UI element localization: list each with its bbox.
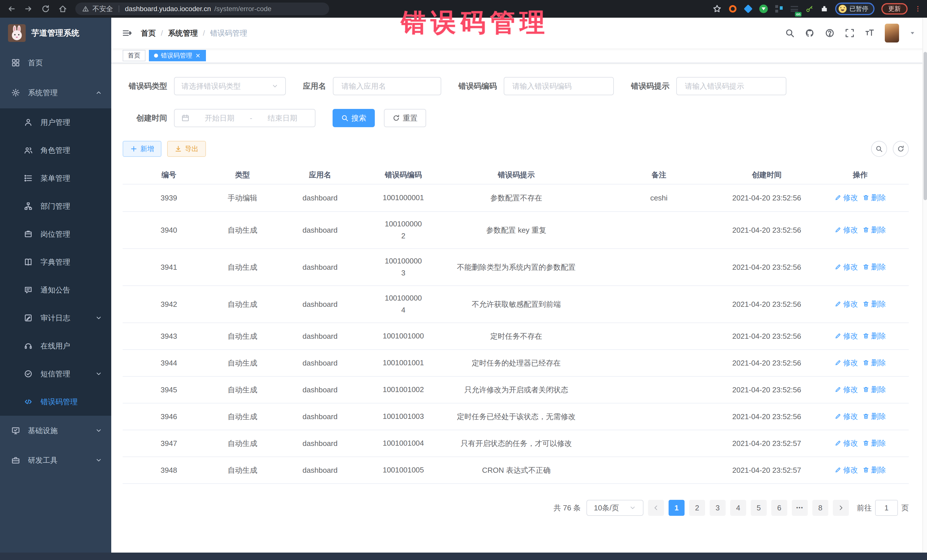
edit-link[interactable]: 修改 [834,465,858,475]
tag-home[interactable]: 首页 [123,50,146,61]
page-button-3[interactable]: 3 [710,500,726,516]
trash-icon [863,194,869,201]
pencil-icon [834,264,842,270]
delete-link[interactable]: 删除 [863,193,886,203]
add-button[interactable]: 新增 [123,141,161,157]
toggle-search-button[interactable] [871,141,887,157]
edit-link[interactable]: 修改 [834,438,858,448]
delete-link[interactable]: 删除 [863,438,886,448]
goto-page-input[interactable] [875,500,898,516]
delete-link[interactable]: 删除 [863,262,886,272]
trash-icon [863,440,869,446]
page-size-select[interactable]: 10条/页 [587,500,643,516]
edit-link[interactable]: 修改 [834,193,858,203]
breadcrumb: 首页 / 系统管理 / 错误码管理 [141,28,247,38]
breadcrumb-home[interactable]: 首页 [141,28,156,38]
refresh-table-button[interactable] [893,141,909,157]
key-extension-icon[interactable] [805,5,813,13]
reload-icon[interactable] [41,4,50,14]
error-msg-input[interactable] [684,81,779,91]
delete-link[interactable]: 删除 [863,225,886,235]
extension-icon[interactable] [728,5,737,13]
edit-link[interactable]: 修改 [834,331,858,341]
error-type-select[interactable]: 请选择错误码类型 [174,77,286,95]
browser-update-button[interactable]: 更新 [881,3,907,15]
app-name-input[interactable] [340,81,434,91]
tag-error-code[interactable]: 错误码管理 [149,50,206,61]
github-icon[interactable] [805,28,815,38]
col-app: 应用名 [270,166,370,184]
sidebar-item-departments[interactable]: 部门管理 [0,192,111,220]
delete-link[interactable]: 删除 [863,411,886,422]
sidebar-logo[interactable]: 芋道管理系统 [0,18,111,49]
delete-link[interactable]: 删除 [863,465,886,475]
more-pages-button[interactable]: ••• [792,500,808,516]
page-button-2[interactable]: 2 [689,500,705,516]
page-button-8[interactable]: 8 [812,500,828,516]
delete-link[interactable]: 删除 [863,331,886,341]
edit-link[interactable]: 修改 [834,262,858,272]
fullscreen-icon[interactable] [845,28,854,38]
page-button-5[interactable]: 5 [751,500,767,516]
extension-icon[interactable] [744,5,752,13]
forward-icon[interactable] [24,4,33,14]
sidebar-item-home[interactable]: 首页 [0,49,111,77]
hamburger-icon[interactable] [122,29,132,38]
edit-link[interactable]: 修改 [834,358,858,368]
error-code-input[interactable] [511,81,606,91]
sidebar-menu: 首页 系统管理 用户管理 角色管理 [0,49,111,475]
extension-icon[interactable]: on [790,5,799,13]
edit-link[interactable]: 修改 [834,385,858,395]
back-icon[interactable] [7,4,16,14]
user-avatar[interactable] [885,24,899,42]
page-button-6[interactable]: 6 [771,500,787,516]
help-icon[interactable] [825,28,834,38]
delete-link[interactable]: 删除 [863,358,886,368]
sidebar-item-notice[interactable]: 通知公告 [0,276,111,304]
scrollbar-thumb[interactable] [924,52,927,200]
breadcrumb-system[interactable]: 系统管理 [168,28,198,38]
sidebar-item-posts[interactable]: 岗位管理 [0,220,111,248]
breadcrumb-current: 错误码管理 [210,28,247,38]
prev-page-button[interactable] [648,500,664,516]
sidebar-item-dict[interactable]: 字典管理 [0,248,111,276]
close-icon[interactable] [195,53,201,58]
extension-icon[interactable] [759,5,768,13]
export-button[interactable]: 导出 [167,141,206,157]
sidebar-item-system[interactable]: 系统管理 [0,77,111,108]
sidebar-item-roles[interactable]: 角色管理 [0,136,111,164]
extension-icon[interactable] [775,5,783,13]
delete-link[interactable]: 删除 [863,299,886,309]
extensions-puzzle-icon[interactable] [820,5,828,13]
delete-link[interactable]: 删除 [863,385,886,395]
sidebar-item-users[interactable]: 用户管理 [0,108,111,136]
error-msg-input-wrap [676,77,786,95]
caret-down-icon[interactable] [909,30,916,36]
page-button-1[interactable]: 1 [669,500,685,516]
sidebar-item-audit-log[interactable]: 审计日志 [0,304,111,332]
browser-menu-icon[interactable] [915,4,921,14]
sidebar-item-infrastructure[interactable]: 基础设施 [0,416,111,445]
page-button-4[interactable]: 4 [730,500,746,516]
search-button[interactable]: 搜索 [333,109,375,127]
sidebar-item-error-code[interactable]: 错误码管理 [0,388,111,416]
pagination: 共 76 条 10条/页 1 2 3 4 5 6 ••• 8 [123,500,909,516]
home-icon[interactable] [58,4,67,14]
date-range-picker[interactable]: 开始日期 - 结束日期 [174,109,316,127]
sidebar-item-sms[interactable]: 短信管理 [0,360,111,388]
edit-link[interactable]: 修改 [834,411,858,422]
reset-button[interactable]: 重置 [384,109,426,127]
edit-link[interactable]: 修改 [834,225,858,235]
trash-icon [863,359,869,366]
address-bar[interactable]: 不安全 dashboard.yudao.iocoder.cn/system/er… [75,3,329,15]
page-scrollbar[interactable] [922,18,927,552]
sidebar-item-menus[interactable]: 菜单管理 [0,164,111,192]
search-icon[interactable] [785,28,795,38]
paused-profile-badge[interactable]: 已暂停 [835,3,874,15]
font-size-icon[interactable] [865,28,874,38]
bookmark-star-icon[interactable] [713,4,722,14]
sidebar-item-dev-tools[interactable]: 研发工具 [0,445,111,475]
edit-link[interactable]: 修改 [834,299,858,309]
next-page-button[interactable] [833,500,849,516]
sidebar-item-online-users[interactable]: 在线用户 [0,332,111,360]
